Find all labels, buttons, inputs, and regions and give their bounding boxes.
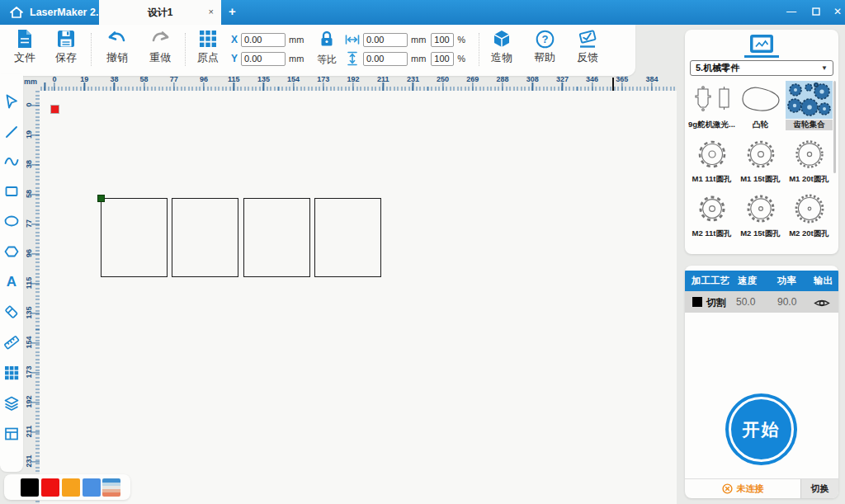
x-input[interactable] (241, 33, 286, 47)
create-button[interactable]: 造物 (483, 28, 521, 65)
proportional-lock-button[interactable]: 等比 (312, 30, 342, 67)
save-button[interactable]: 保存 (47, 28, 85, 65)
help-label: 帮助 (526, 50, 564, 65)
tab-close-icon[interactable]: × (209, 7, 214, 16)
category-dropdown[interactable]: 5.机械零件 ▼ (690, 60, 833, 76)
gallery-item-label: 9g舵机激光... (688, 120, 735, 130)
feedback-button[interactable]: 反馈 (569, 28, 607, 65)
left-tool-column: A (0, 74, 23, 472)
gallery-item-servo[interactable]: 9g舵机激光... (688, 81, 735, 130)
gallery-item-m2-20t[interactable]: M2 20t圆孔 (786, 190, 833, 239)
question-icon: ? (526, 28, 564, 49)
text-tool-button[interactable]: A (3, 273, 20, 290)
ruler-h-label: 19 (80, 75, 88, 83)
connection-status-text: 未连接 (737, 483, 764, 495)
process-row-cut[interactable]: 切割 50.0 90.0 (685, 291, 838, 313)
switch-device-button[interactable]: 切换 (800, 479, 838, 498)
color-swatch-blue[interactable] (83, 478, 101, 497)
select-tool-button[interactable] (3, 93, 20, 110)
file-icon (6, 28, 44, 49)
design-canvas[interactable] (40, 91, 677, 504)
height-unit: mm (411, 54, 426, 64)
servo-thumbnail (688, 81, 735, 119)
svg-text:A: A (7, 274, 17, 290)
ruler-h-label: 115 (228, 75, 240, 83)
layer-color-palette (4, 474, 130, 500)
new-tab-button[interactable]: + (229, 4, 236, 18)
gear-thumbnail (737, 190, 784, 228)
gallery-item-m2-11t[interactable]: M2 11t圆孔 (688, 190, 735, 239)
rectangle-tool-button[interactable] (3, 183, 20, 200)
cam-thumbnail (737, 81, 784, 119)
color-swatch-orange[interactable] (62, 478, 80, 497)
close-button[interactable]: ✕ (830, 6, 845, 17)
color-swatch-multi[interactable] (102, 478, 120, 497)
parts-gallery-panel: 5.机械零件 ▼ 9g舵机激光... 凸轮 (685, 30, 838, 254)
process-power-value[interactable]: 90.0 (777, 296, 796, 308)
gallery-tab-icon[interactable] (750, 35, 773, 56)
width-percent-sign: % (457, 35, 465, 45)
rectangle-shape-2[interactable] (172, 198, 238, 277)
ruler-v-label: 96 (25, 245, 33, 261)
ruler-h-label: 173 (317, 75, 329, 83)
gallery-item-m2-15t[interactable]: M2 15t圆孔 (737, 190, 784, 239)
redo-label: 重做 (141, 50, 179, 65)
color-swatch-black[interactable] (21, 478, 39, 497)
selection-handle[interactable] (97, 195, 105, 202)
ruler-v-label: 77 (25, 215, 33, 232)
gallery-item-label: M1 15t圆孔 (737, 174, 784, 185)
ruler-h-label: 154 (287, 75, 300, 83)
gear-thumbnail (737, 135, 784, 173)
tab-label: 设计1 (148, 6, 173, 20)
process-header-output: 输出 (814, 275, 833, 287)
file-button[interactable]: 文件 (6, 28, 44, 65)
start-button[interactable]: 开始 (725, 393, 797, 465)
status-bar: 未连接 切换 (685, 478, 838, 498)
undo-button[interactable]: 撤销 (98, 28, 136, 65)
gallery-item-m1-20t[interactable]: M1 20t圆孔 (786, 135, 833, 185)
redo-button[interactable]: 重做 (141, 28, 179, 65)
gallery-item-gearset[interactable]: 齿轮集合 (786, 81, 833, 130)
lock-icon (318, 30, 336, 48)
workspace-tool-button[interactable] (3, 426, 20, 442)
toolbar-separator (479, 33, 479, 66)
gear-thumbnail (786, 135, 833, 173)
minimize-button[interactable]: — (784, 6, 799, 17)
output-visibility-toggle[interactable] (814, 297, 830, 312)
home-icon[interactable] (8, 5, 25, 20)
rectangle-shape-4[interactable] (314, 198, 381, 277)
gallery-item-cam[interactable]: 凸轮 (737, 81, 784, 130)
layers-tool-button[interactable] (3, 395, 20, 412)
ellipse-tool-button[interactable] (3, 213, 20, 229)
gallery-item-m1-11t[interactable]: M1 11t圆孔 (688, 135, 735, 185)
array-tool-button[interactable] (3, 365, 20, 381)
height-input[interactable] (363, 52, 408, 66)
width-percent-input[interactable] (431, 33, 454, 47)
y-unit: mm (289, 54, 304, 64)
height-percent-input[interactable] (431, 52, 454, 66)
rectangle-shape-3[interactable] (243, 198, 310, 277)
tab-design1[interactable]: 设计1 × (99, 0, 221, 25)
gallery-item-m1-15t[interactable]: M1 15t圆孔 (737, 135, 784, 185)
color-swatch-red[interactable] (41, 478, 59, 497)
polygon-tool-button[interactable] (3, 243, 20, 260)
curve-tool-button[interactable] (3, 153, 20, 170)
gallery-scrollbar[interactable] (833, 81, 836, 173)
help-button[interactable]: ? 帮助 (526, 28, 564, 65)
file-label: 文件 (6, 50, 44, 65)
line-tool-button[interactable] (3, 124, 20, 140)
height-percent-sign: % (457, 54, 465, 64)
maximize-button[interactable] (809, 7, 824, 18)
origin-button[interactable]: 原点 (189, 28, 227, 65)
ruler-h-label: 346 (586, 75, 598, 83)
eraser-tool-button[interactable] (3, 304, 20, 320)
undo-label: 撤销 (98, 50, 136, 65)
y-input[interactable] (241, 52, 286, 66)
ruler-tool-button[interactable] (3, 334, 20, 351)
x-label: X (231, 34, 241, 45)
process-speed-value[interactable]: 50.0 (736, 296, 755, 308)
rectangle-shape-1[interactable] (101, 198, 168, 277)
save-label: 保存 (47, 50, 85, 65)
process-name: 切割 (706, 296, 726, 310)
width-input[interactable] (363, 33, 408, 47)
